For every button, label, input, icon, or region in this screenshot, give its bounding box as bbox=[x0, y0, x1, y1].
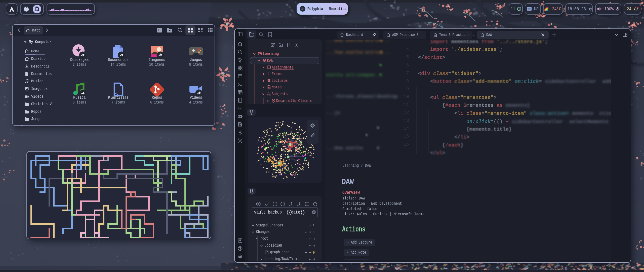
svg-text:%: % bbox=[240, 107, 242, 110]
svg-text:$_: $_ bbox=[158, 29, 161, 32]
